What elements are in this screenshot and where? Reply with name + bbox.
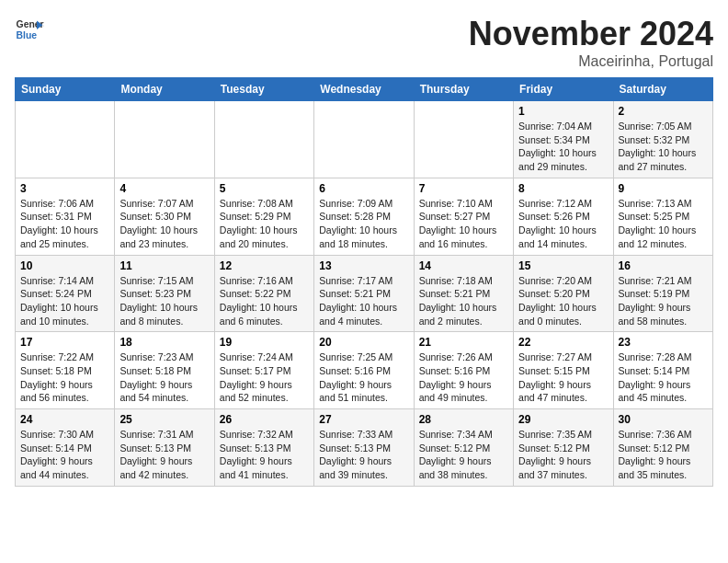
day-info: Sunrise: 7:22 AMSunset: 5:18 PMDaylight:… [20,350,109,405]
calendar-day-cell: 9Sunrise: 7:13 AMSunset: 5:25 PMDaylight… [613,178,712,255]
day-info: Sunrise: 7:25 AMSunset: 5:16 PMDaylight:… [319,350,408,405]
day-number: 13 [319,259,408,272]
page-header: General Blue November 2024 Maceirinha, P… [15,15,713,70]
day-info: Sunrise: 7:31 AMSunset: 5:13 PMDaylight:… [119,428,209,482]
calendar-table: SundayMondayTuesdayWednesdayThursdayFrid… [15,77,713,487]
day-number: 12 [220,259,309,272]
day-number: 15 [518,259,608,272]
calendar-day-cell: 26Sunrise: 7:32 AMSunset: 5:13 PMDayligh… [214,409,313,487]
day-info: Sunrise: 7:30 AMSunset: 5:14 PMDaylight:… [20,428,109,482]
calendar-day-cell [16,101,115,178]
day-number: 7 [419,182,508,195]
calendar-day-cell: 15Sunrise: 7:20 AMSunset: 5:20 PMDayligh… [514,255,613,332]
day-number: 14 [419,259,508,272]
calendar-day-cell: 13Sunrise: 7:17 AMSunset: 5:21 PMDayligh… [314,255,414,332]
day-number: 22 [518,336,608,349]
day-info: Sunrise: 7:13 AMSunset: 5:25 PMDaylight:… [619,197,708,251]
calendar-week-row: 1Sunrise: 7:04 AMSunset: 5:34 PMDaylight… [16,101,713,178]
calendar-day-cell: 1Sunrise: 7:04 AMSunset: 5:34 PMDaylight… [514,101,613,178]
day-number: 5 [220,182,309,195]
calendar-day-cell: 24Sunrise: 7:30 AMSunset: 5:14 PMDayligh… [16,409,115,487]
calendar-day-cell [214,101,313,178]
svg-text:Blue: Blue [17,30,38,40]
day-number: 17 [20,336,109,349]
calendar-day-cell: 21Sunrise: 7:26 AMSunset: 5:16 PMDayligh… [414,332,513,409]
calendar-day-cell: 20Sunrise: 7:25 AMSunset: 5:16 PMDayligh… [314,332,414,409]
day-info: Sunrise: 7:21 AMSunset: 5:19 PMDaylight:… [619,274,708,328]
calendar-header-row: SundayMondayTuesdayWednesdayThursdayFrid… [16,78,713,101]
day-number: 29 [518,413,608,426]
calendar-day-cell [414,101,513,178]
day-number: 4 [119,182,209,195]
calendar-day-cell: 29Sunrise: 7:35 AMSunset: 5:12 PMDayligh… [514,409,613,487]
day-info: Sunrise: 7:35 AMSunset: 5:12 PMDaylight:… [518,428,608,482]
calendar-day-cell: 28Sunrise: 7:34 AMSunset: 5:12 PMDayligh… [414,409,513,487]
calendar-day-cell: 19Sunrise: 7:24 AMSunset: 5:17 PMDayligh… [214,332,313,409]
day-number: 9 [619,182,708,195]
calendar-header-cell: Saturday [613,78,712,101]
calendar-day-cell [115,101,214,178]
day-number: 19 [220,336,309,349]
day-info: Sunrise: 7:08 AMSunset: 5:29 PMDaylight:… [220,197,309,251]
calendar-header-cell: Friday [514,78,613,101]
calendar-day-cell [314,101,414,178]
calendar-day-cell: 6Sunrise: 7:09 AMSunset: 5:28 PMDaylight… [314,178,414,255]
day-number: 8 [518,182,608,195]
day-number: 30 [619,413,708,426]
day-number: 3 [20,182,109,195]
day-info: Sunrise: 7:07 AMSunset: 5:30 PMDaylight:… [119,197,209,251]
day-number: 16 [619,259,708,272]
day-info: Sunrise: 7:18 AMSunset: 5:21 PMDaylight:… [419,274,508,328]
day-info: Sunrise: 7:24 AMSunset: 5:17 PMDaylight:… [220,350,309,405]
day-number: 28 [419,413,508,426]
calendar-day-cell: 14Sunrise: 7:18 AMSunset: 5:21 PMDayligh… [414,255,513,332]
calendar-header-cell: Wednesday [314,78,414,101]
calendar-header-cell: Monday [115,78,214,101]
calendar-day-cell: 11Sunrise: 7:15 AMSunset: 5:23 PMDayligh… [115,255,214,332]
calendar-day-cell: 4Sunrise: 7:07 AMSunset: 5:30 PMDaylight… [115,178,214,255]
calendar-day-cell: 22Sunrise: 7:27 AMSunset: 5:15 PMDayligh… [514,332,613,409]
day-number: 21 [419,336,508,349]
day-info: Sunrise: 7:16 AMSunset: 5:22 PMDaylight:… [220,274,309,328]
day-info: Sunrise: 7:32 AMSunset: 5:13 PMDaylight:… [220,428,309,482]
calendar-day-cell: 16Sunrise: 7:21 AMSunset: 5:19 PMDayligh… [613,255,712,332]
day-number: 18 [119,336,209,349]
day-info: Sunrise: 7:15 AMSunset: 5:23 PMDaylight:… [119,274,209,328]
day-info: Sunrise: 7:05 AMSunset: 5:32 PMDaylight:… [619,120,708,174]
calendar-day-cell: 25Sunrise: 7:31 AMSunset: 5:13 PMDayligh… [115,409,214,487]
day-info: Sunrise: 7:06 AMSunset: 5:31 PMDaylight:… [20,197,109,251]
calendar-day-cell: 23Sunrise: 7:28 AMSunset: 5:14 PMDayligh… [613,332,712,409]
day-info: Sunrise: 7:17 AMSunset: 5:21 PMDaylight:… [319,274,408,328]
day-info: Sunrise: 7:23 AMSunset: 5:18 PMDaylight:… [119,350,209,405]
day-info: Sunrise: 7:33 AMSunset: 5:13 PMDaylight:… [319,428,408,482]
day-number: 6 [319,182,408,195]
day-info: Sunrise: 7:12 AMSunset: 5:26 PMDaylight:… [518,197,608,251]
day-number: 11 [119,259,209,272]
day-info: Sunrise: 7:26 AMSunset: 5:16 PMDaylight:… [419,350,508,405]
calendar-day-cell: 5Sunrise: 7:08 AMSunset: 5:29 PMDaylight… [214,178,313,255]
day-number: 27 [319,413,408,426]
day-number: 10 [20,259,109,272]
day-info: Sunrise: 7:34 AMSunset: 5:12 PMDaylight:… [419,428,508,482]
day-info: Sunrise: 7:27 AMSunset: 5:15 PMDaylight:… [518,350,608,405]
calendar-day-cell: 27Sunrise: 7:33 AMSunset: 5:13 PMDayligh… [314,409,414,487]
day-info: Sunrise: 7:28 AMSunset: 5:14 PMDaylight:… [619,350,708,405]
day-info: Sunrise: 7:09 AMSunset: 5:28 PMDaylight:… [319,197,408,251]
day-info: Sunrise: 7:36 AMSunset: 5:12 PMDaylight:… [619,428,708,482]
calendar-day-cell: 2Sunrise: 7:05 AMSunset: 5:32 PMDaylight… [613,101,712,178]
month-title: November 2024 [469,15,713,53]
calendar-body: 1Sunrise: 7:04 AMSunset: 5:34 PMDaylight… [16,101,713,487]
day-number: 24 [20,413,109,426]
calendar-day-cell: 30Sunrise: 7:36 AMSunset: 5:12 PMDayligh… [613,409,712,487]
location: Maceirinha, Portugal [469,53,713,70]
calendar-week-row: 3Sunrise: 7:06 AMSunset: 5:31 PMDaylight… [16,178,713,255]
logo-icon: General Blue [15,15,44,44]
day-number: 23 [619,336,708,349]
calendar-week-row: 24Sunrise: 7:30 AMSunset: 5:14 PMDayligh… [16,409,713,487]
day-info: Sunrise: 7:14 AMSunset: 5:24 PMDaylight:… [20,274,109,328]
day-info: Sunrise: 7:20 AMSunset: 5:20 PMDaylight:… [518,274,608,328]
day-number: 2 [619,105,708,118]
day-info: Sunrise: 7:04 AMSunset: 5:34 PMDaylight:… [518,120,608,174]
calendar-week-row: 17Sunrise: 7:22 AMSunset: 5:18 PMDayligh… [16,332,713,409]
title-block: November 2024 Maceirinha, Portugal [469,15,713,70]
